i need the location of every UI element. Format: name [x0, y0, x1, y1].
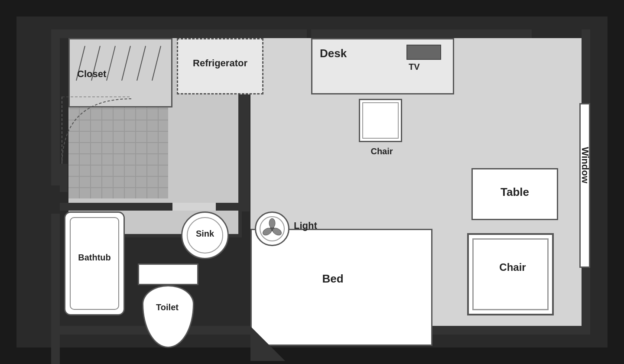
svg-line-2 [107, 46, 115, 81]
bathtub-inner [70, 217, 119, 310]
svg-line-3 [122, 46, 130, 81]
chair-living-inner [472, 238, 549, 310]
chair-living-label: Chair [471, 261, 554, 273]
light-fixture [255, 211, 289, 246]
svg-rect-8 [60, 164, 68, 192]
desk-label: Desk [320, 47, 347, 60]
bed-label: Bed [268, 272, 398, 286]
light-label: Light [294, 220, 317, 231]
sink-label: Sink [183, 229, 227, 239]
light-inner [260, 216, 285, 241]
chair-desk [359, 99, 402, 142]
svg-line-4 [137, 46, 146, 81]
bed-corner-fold [250, 326, 285, 361]
bathroom-wall-horizontal [60, 203, 246, 211]
tv [406, 45, 441, 60]
floor-plan: Closet Refrigerator Bathtub Sink Toilet … [13, 13, 611, 351]
toilet-tank [138, 263, 198, 285]
closet-label: Closet [77, 68, 106, 80]
chair-desk-label: Chair [360, 146, 403, 156]
window-label: Window [579, 147, 591, 183]
refrigerator-label: Refrigerator [179, 38, 261, 69]
bathroom-door-gap [172, 203, 216, 211]
toilet-label: Toilet [139, 302, 195, 312]
toilet-bowl [142, 285, 194, 348]
bathtub [64, 211, 125, 315]
table-label: Table [476, 185, 554, 199]
svg-line-5 [152, 46, 161, 81]
bathtub-label: Bathtub [65, 253, 124, 263]
chair-desk-inner [362, 102, 399, 139]
chair-living [467, 233, 554, 315]
tv-label: TV [409, 62, 420, 72]
door-arc [60, 97, 155, 192]
wall-top-left [60, 29, 307, 38]
svg-point-10 [269, 218, 275, 228]
window [579, 103, 590, 268]
